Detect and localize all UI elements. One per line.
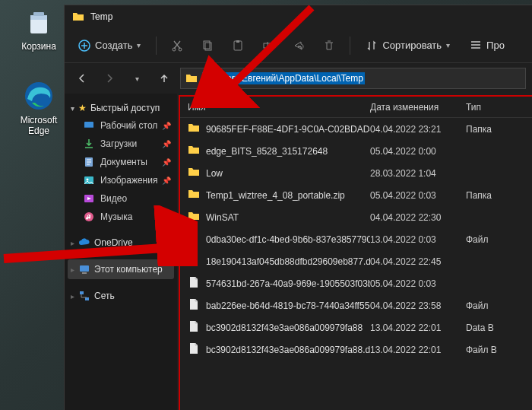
paste-button[interactable]: [225, 35, 251, 56]
file-name: 90685FEF-F88E-4DF1-9C0A-C02BDAD4E5...: [206, 124, 370, 135]
separator: [350, 37, 350, 55]
sidebar-onedrive[interactable]: ▸ OneDrive: [68, 234, 174, 252]
file-type: Файл B: [463, 345, 532, 355]
file-date: 13.04.2022 0:03: [370, 234, 463, 245]
file-row[interactable]: Temp1_wiztree_4_08_portable.zip05.04.202…: [180, 184, 532, 206]
file-list-area: Имя ˄ Дата изменения Тип 90685FEF-F88E-4…: [179, 95, 532, 410]
folder-icon: [188, 166, 200, 180]
up-button[interactable]: [153, 67, 176, 90]
paste-icon: [232, 40, 244, 52]
file-row[interactable]: bc3902d8132f43e3ae086a009979fa88.db.ses1…: [180, 338, 532, 361]
copy-button[interactable]: [195, 35, 220, 56]
sidebar-item-download[interactable]: Загрузки📌: [68, 135, 174, 153]
svg-rect-12: [84, 122, 93, 128]
chevron-right-icon: ▸: [71, 239, 74, 247]
sidebar-item-docs[interactable]: Документы📌: [68, 153, 174, 171]
file-date: 04.04.2022 23:21: [370, 124, 463, 135]
cloud-icon: [78, 237, 90, 249]
chevron-right-icon: ▸: [71, 265, 74, 274]
share-button[interactable]: [286, 35, 312, 56]
file-date: 04.04.2022 22:45: [370, 256, 463, 267]
folder-icon: [188, 144, 200, 158]
file-icon: [188, 276, 200, 291]
trash-icon: [323, 40, 335, 52]
file-row[interactable]: bc3902d8132f43e3ae086a009979fa8813.04.20…: [180, 316, 532, 338]
column-type[interactable]: Тип: [463, 102, 532, 113]
chevron-down-icon: ▾: [135, 75, 139, 83]
delete-button[interactable]: [316, 35, 342, 56]
file-icon: [188, 320, 200, 335]
desktop-icon-edge[interactable]: Microsoft Edge: [11, 80, 66, 136]
sidebar: ▾ ★ Быстрый доступ Рабочий стол📌Загрузки…: [65, 94, 177, 410]
sort-ascending-icon: ˄: [228, 103, 232, 111]
file-row[interactable]: 574631bd-267a-40a9-969e-1905503f03b2...0…: [180, 272, 532, 294]
file-name: 0dba30ec-df1c-4bed-9b6b-837e38577905...: [206, 234, 370, 245]
new-button[interactable]: Создать ▾: [71, 35, 148, 56]
file-type: Папка: [463, 124, 532, 135]
back-button[interactable]: [71, 67, 93, 90]
rename-icon: [262, 40, 274, 52]
file-row[interactable]: 18e190413af045db88dfbd29609eb877.db...04…: [180, 250, 532, 272]
separator: [156, 37, 157, 55]
column-date[interactable]: Дата изменения: [370, 102, 463, 113]
folder-icon: [188, 122, 200, 136]
file-type: Файл: [463, 234, 532, 245]
view-label: Про: [486, 40, 505, 51]
file-row[interactable]: WinSAT04.04.2022 22:30: [180, 206, 532, 228]
sidebar-item-desktop[interactable]: Рабочий стол📌: [68, 116, 174, 135]
toolbar: Создать ▾ Сортировать ▾ Про: [65, 28, 532, 63]
desktop-icon-label: Microsoft Edge: [11, 115, 66, 136]
explorer-window: Temp Создать ▾ Сортировать ▾ Про ▾: [64, 5, 532, 410]
desktop-icon-recycle[interactable]: Корзина: [11, 6, 66, 52]
column-type-label: Тип: [466, 102, 481, 113]
forward-button[interactable]: [98, 67, 121, 90]
recent-button[interactable]: ▾: [125, 67, 148, 90]
file-name: WinSAT: [206, 212, 239, 223]
sidebar-item-video[interactable]: Видео: [68, 189, 174, 208]
music-icon: [83, 211, 95, 223]
file-date: 04.04.2022 22:30: [370, 212, 463, 223]
video-icon: [83, 192, 95, 205]
file-row[interactable]: bab226ee-b64d-4819-bc78-7440a34ff55e...0…: [180, 294, 532, 316]
cut-button[interactable]: [164, 35, 190, 56]
file-name: 574631bd-267a-40a9-969e-1905503f03b2...: [206, 278, 370, 289]
copy-icon: [201, 40, 214, 52]
file-name: 18e190413af045db88dfbd29609eb877.db...: [206, 256, 370, 267]
folder-icon: [188, 210, 200, 224]
file-row[interactable]: edge_BITS_8528_31517264805.04.2022 0:00: [180, 140, 532, 162]
file-name: edge_BITS_8528_315172648: [206, 146, 328, 157]
file-type: Папка: [463, 190, 532, 201]
address-field[interactable]: C:\Users\Евгений\AppData\Local\Temp: [180, 68, 526, 89]
file-date: 04.04.2022 23:58: [370, 300, 463, 311]
file-date: 28.03.2022 1:04: [370, 168, 463, 179]
sidebar-item-label: Загрузки: [100, 138, 137, 149]
file-row[interactable]: Low28.03.2022 1:04: [180, 162, 532, 184]
file-name: Temp1_wiztree_4_08_portable.zip: [206, 190, 345, 201]
file-date: 05.04.2022 0:00: [370, 146, 463, 157]
sidebar-item-pictures[interactable]: Изображения📌: [68, 171, 174, 189]
rename-button[interactable]: [255, 35, 281, 56]
file-type: Data B: [463, 323, 532, 333]
svg-rect-20: [82, 272, 87, 274]
pictures-icon: [83, 174, 95, 186]
svg-rect-22: [85, 297, 89, 300]
address-bar-row: ▾ C:\Users\Евгений\AppData\Local\Temp: [65, 63, 532, 94]
file-row[interactable]: 0dba30ec-df1c-4bed-9b6b-837e38577905...1…: [180, 228, 532, 250]
docs-icon: [83, 156, 95, 168]
pc-icon: [78, 263, 90, 275]
file-name: bab226ee-b64d-4819-bc78-7440a34ff55e...: [206, 300, 370, 311]
sort-button[interactable]: Сортировать ▾: [358, 35, 458, 56]
sidebar-quick-access[interactable]: ▾ ★ Быстрый доступ: [68, 100, 174, 116]
view-button[interactable]: Про: [462, 35, 505, 56]
file-icon: [188, 342, 200, 357]
sidebar-network[interactable]: ▸ Сеть: [68, 287, 174, 305]
column-headers: Имя ˄ Дата изменения Тип: [180, 97, 532, 118]
svg-rect-19: [80, 265, 89, 272]
column-name[interactable]: Имя ˄: [180, 102, 370, 113]
this-pc-label: Этот компьютер: [94, 264, 163, 275]
sidebar-item-label: Музыка: [100, 211, 132, 222]
desktop-icon: [83, 119, 95, 132]
file-row[interactable]: 90685FEF-F88E-4DF1-9C0A-C02BDAD4E5...04.…: [180, 118, 532, 140]
sidebar-item-music[interactable]: Музыка: [68, 208, 174, 226]
sidebar-this-pc[interactable]: ▸ Этот компьютер: [68, 259, 174, 279]
